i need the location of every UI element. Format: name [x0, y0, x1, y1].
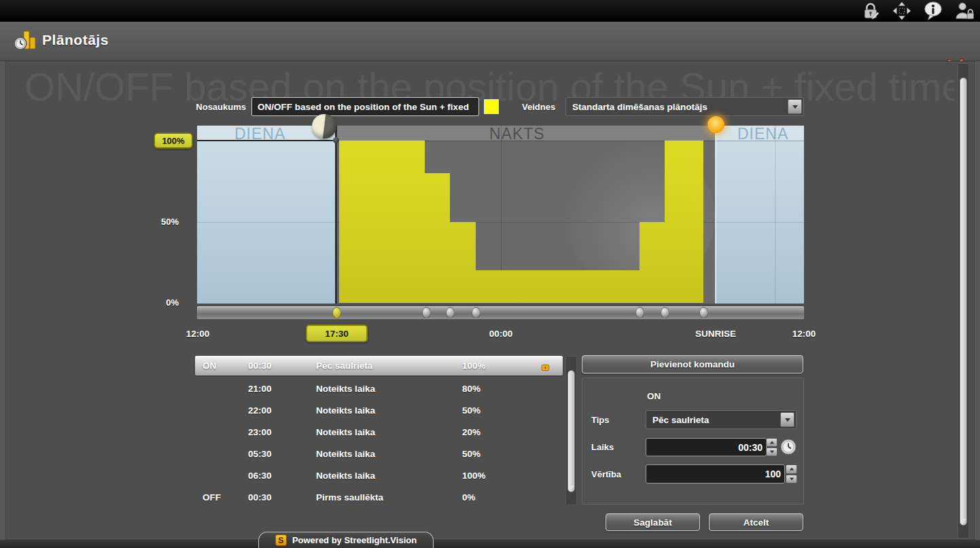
powered-by-text: Powered by Streetlight.Vision — [292, 535, 417, 545]
time-slider[interactable] — [197, 306, 804, 319]
dialog-header: Plānotājs — [0, 22, 980, 61]
main-scrollbar[interactable] — [958, 63, 969, 538]
table-row[interactable]: 23:00 Noteikts laika 20% — [195, 421, 563, 443]
row-time: 23:00 — [240, 427, 309, 437]
table-row[interactable]: 06:30 Noteikts laika 100% — [195, 464, 563, 486]
value-spinner — [786, 464, 797, 483]
type-label: Tips — [591, 415, 610, 425]
powered-by-badge: S Powered by Streetlight.Vision — [258, 532, 434, 548]
add-command-button[interactable]: Pievienot komandu — [582, 355, 803, 373]
row-type: Pēc saulrieta — [309, 361, 453, 371]
system-topbar — [0, 0, 980, 22]
slider-marker[interactable] — [332, 307, 341, 318]
row-time: 22:00 — [240, 405, 309, 416]
row-value: 100% — [453, 471, 528, 481]
x-label-noon-left: 12:00 — [174, 329, 222, 339]
selected-time-box[interactable]: 17:30 — [306, 325, 368, 342]
slider-marker[interactable] — [422, 307, 431, 318]
lock-icon — [528, 360, 563, 371]
spin-up-icon[interactable] — [786, 464, 797, 474]
row-value: 50% — [453, 405, 528, 416]
user-lock-icon[interactable] — [953, 1, 976, 21]
sunrise-sun-icon — [707, 116, 724, 133]
slider-marker[interactable] — [699, 307, 708, 318]
row-time: 21:00 — [240, 384, 309, 394]
scheduler-icon — [12, 27, 39, 57]
table-row[interactable]: 21:00 Noteikts laika 80% — [195, 378, 563, 399]
chevron-down-icon[interactable] — [780, 412, 794, 427]
bottom-strip — [0, 540, 980, 548]
lock-edit-icon[interactable] — [859, 1, 882, 21]
slider-marker[interactable] — [446, 307, 455, 318]
spin-down-icon[interactable] — [766, 447, 777, 456]
row-type: Noteikts laika — [309, 384, 453, 394]
table-row[interactable]: 22:00 Noteikts laika 50% — [195, 399, 563, 421]
row-type: Noteikts laika — [309, 405, 453, 416]
sunset-line — [335, 126, 337, 304]
templates-dropdown[interactable]: Standarta dimēšanas plānotājs — [565, 97, 804, 116]
sunrise-line — [715, 126, 716, 304]
sunset-moon-icon — [312, 114, 336, 139]
row-time: 05:30 — [240, 449, 309, 459]
scheduler-dialog: Plānotājs ON/OFF based on the position o… — [0, 0, 980, 548]
row-time: 00:30 — [240, 492, 309, 503]
command-table: ON 00:30 Pēc saulrieta 100% 21:00 Noteik… — [195, 356, 563, 509]
sunset-handle[interactable] — [333, 137, 339, 143]
command-state-label: ON — [647, 391, 661, 401]
move-icon[interactable] — [890, 1, 913, 21]
row-time: 00:30 — [240, 361, 309, 371]
time-input[interactable] — [646, 438, 767, 456]
type-selected-value: Pēc saulrieta — [646, 415, 780, 425]
slider-marker[interactable] — [635, 307, 644, 318]
info-icon[interactable] — [922, 1, 945, 21]
row-state: ON — [195, 361, 240, 371]
time-label: Laiks — [591, 442, 614, 452]
main-scrollbar-thumb[interactable] — [960, 77, 967, 526]
table-scrollbar[interactable] — [565, 356, 577, 505]
dim-profile-area — [197, 126, 804, 304]
table-scrollbar-thumb[interactable] — [567, 370, 575, 492]
spin-up-icon[interactable] — [766, 438, 777, 447]
streetlight-vision-logo: S — [275, 534, 287, 546]
row-value: 80% — [453, 384, 528, 394]
row-value: 100% — [453, 361, 528, 371]
row-type: Pirms saullēkta — [309, 492, 453, 503]
slider-marker[interactable] — [472, 307, 480, 318]
scroll-down-icon[interactable] — [569, 489, 574, 501]
time-spinner — [766, 438, 777, 456]
row-type: Noteikts laika — [309, 449, 453, 459]
name-input[interactable] — [251, 97, 479, 116]
row-value: 20% — [453, 427, 528, 437]
row-type: Noteikts laika — [309, 427, 453, 437]
templates-selected-value: Standarta dimēšanas plānotājs — [566, 102, 788, 112]
x-label-noon-right: 12:00 — [780, 329, 828, 339]
table-row[interactable]: 05:30 Noteikts laika 50% — [195, 443, 563, 464]
table-row[interactable]: ON 00:30 Pēc saulrieta 100% — [195, 356, 563, 376]
schedule-chart[interactable]: DIENA NAKTS DIENA — [197, 126, 804, 304]
clock-icon[interactable] — [780, 439, 797, 458]
row-value: 50% — [453, 449, 528, 459]
row-value: 0% — [453, 492, 528, 503]
x-label-midnight: 00:00 — [477, 329, 525, 339]
row-state: OFF — [195, 492, 240, 503]
y-tick-0: 0% — [142, 297, 179, 308]
slider-marker[interactable] — [661, 307, 669, 318]
name-label: Nosaukums — [177, 102, 246, 112]
row-time: 06:30 — [240, 471, 309, 481]
spin-down-icon[interactable] — [786, 475, 797, 484]
color-swatch[interactable] — [484, 99, 499, 114]
chevron-down-icon[interactable] — [788, 99, 802, 114]
scroll-down-icon[interactable] — [961, 522, 966, 534]
page-title: Plānotājs — [42, 32, 109, 48]
templates-label: Veidnes — [522, 102, 555, 112]
y-tick-50: 50% — [142, 217, 179, 227]
cancel-button[interactable]: Atcelt — [709, 513, 803, 531]
table-row[interactable]: OFF 00:30 Pirms saullēkta 0% — [195, 486, 563, 508]
type-dropdown[interactable]: Pēc saulrieta — [646, 410, 797, 429]
value-label: Vērtība — [591, 469, 621, 479]
save-button[interactable]: Saglabāt — [606, 513, 700, 531]
row-type: Noteikts laika — [309, 471, 453, 481]
x-label-sunrise: SUNRISE — [688, 329, 743, 339]
y-value-badge: 100% — [154, 132, 193, 149]
value-input[interactable] — [646, 464, 785, 483]
